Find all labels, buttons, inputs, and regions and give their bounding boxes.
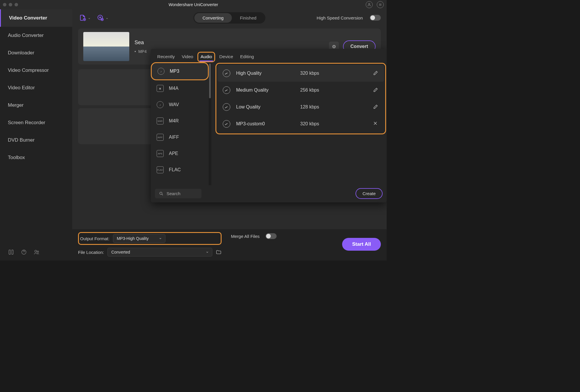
- output-format-select[interactable]: MP3-High Quality: [113, 234, 165, 243]
- footer: Output Format: MP3-High Quality File Loc…: [72, 229, 387, 261]
- output-format-label: Output Format:: [80, 236, 109, 241]
- audio-format-icon: APE: [157, 150, 164, 157]
- format-m4r[interactable]: M4RM4R: [151, 113, 209, 129]
- quality-custom0[interactable]: MP3-custom0 320 kbps: [218, 115, 384, 132]
- format-flac[interactable]: FLACFLAC: [151, 162, 209, 178]
- status-segmented: Converting Finished: [193, 12, 265, 24]
- quality-icon: [223, 70, 230, 77]
- window-controls: [3, 3, 18, 6]
- format-popover: Recently Video Audio Device Editing ♪MP3…: [151, 49, 387, 202]
- sidebar-item-dvd-burner[interactable]: DVD Burner: [1, 131, 72, 149]
- edit-icon[interactable]: [373, 70, 379, 76]
- tab-video[interactable]: Video: [179, 52, 196, 62]
- tab-audio[interactable]: Audio: [197, 52, 215, 62]
- audio-format-icon: FLAC: [157, 166, 164, 173]
- format-mp3[interactable]: ♪MP3: [151, 62, 209, 80]
- svg-point-10: [98, 15, 102, 20]
- scrollbar[interactable]: [209, 63, 211, 98]
- popover-tabs: Recently Video Audio Device Editing: [151, 49, 387, 62]
- close-icon[interactable]: [373, 121, 379, 127]
- svg-line-18: [162, 194, 163, 195]
- quality-icon: [223, 120, 230, 128]
- sidebar-item-toolbox[interactable]: Toolbox: [1, 149, 72, 166]
- search-input[interactable]: Search: [155, 189, 201, 198]
- merge-toggle[interactable]: [266, 233, 277, 239]
- high-speed-toggle[interactable]: [370, 15, 381, 21]
- tab-recently[interactable]: Recently: [154, 52, 178, 62]
- search-icon: [159, 191, 164, 196]
- create-button[interactable]: Create: [356, 188, 383, 199]
- quality-high[interactable]: High Quality 320 kbps: [218, 65, 384, 82]
- file-format: MP4: [135, 49, 147, 54]
- svg-point-5: [35, 250, 37, 252]
- maximize-window-icon[interactable]: [15, 3, 18, 6]
- sidebar-item-audio-converter[interactable]: Audio Converter: [1, 27, 72, 44]
- quality-icon: [223, 103, 230, 111]
- chevron-down-icon: ⌄: [88, 16, 91, 20]
- audio-format-icon: ♪: [157, 101, 164, 108]
- thumbnail[interactable]: [83, 32, 129, 61]
- quality-medium[interactable]: Medium Quality 256 kbps: [218, 82, 384, 99]
- audio-format-icon: AIFF: [157, 134, 164, 141]
- edit-icon[interactable]: [373, 104, 379, 110]
- file-location-select[interactable]: Converted: [107, 248, 212, 256]
- svg-point-6: [37, 251, 39, 252]
- close-window-icon[interactable]: [3, 3, 6, 6]
- svg-point-0: [369, 3, 370, 5]
- file-title: Sea: [135, 40, 324, 46]
- quality-list: High Quality 320 kbps Medium Quality 256…: [215, 63, 386, 134]
- high-speed-label: High Speed Conversion: [317, 15, 363, 20]
- sidebar-item-downloader[interactable]: Downloader: [1, 44, 72, 62]
- format-ape[interactable]: APEAPE: [151, 145, 209, 162]
- sidebar: Video Converter Audio Converter Download…: [0, 9, 72, 261]
- format-aiff[interactable]: AIFFAIFF: [151, 129, 209, 145]
- sidebar-item-video-compressor[interactable]: Video Compressor: [1, 62, 72, 79]
- help-icon[interactable]: [21, 249, 27, 255]
- seg-converting[interactable]: Converting: [194, 13, 232, 23]
- app-title: Wondershare UniConverter: [169, 2, 218, 7]
- open-folder-icon[interactable]: [216, 249, 222, 255]
- audio-format-icon: M4R: [157, 117, 164, 124]
- content-area: ⌄ ⌄ Converting Finished High Speed Conve…: [72, 9, 387, 261]
- quality-low[interactable]: Low Quality 128 kbps: [218, 99, 384, 115]
- audio-format-icon: ♪: [158, 68, 165, 75]
- quality-icon: [223, 86, 230, 94]
- format-m4a[interactable]: ▣M4A: [151, 80, 209, 97]
- sidebar-item-merger[interactable]: Merger: [1, 97, 72, 114]
- add-file-button[interactable]: ⌄: [78, 13, 92, 22]
- tab-editing[interactable]: Editing: [237, 52, 257, 62]
- audio-format-icon: ▣: [157, 85, 164, 92]
- guide-icon[interactable]: [8, 249, 14, 255]
- feedback-icon[interactable]: [33, 249, 40, 255]
- toolbar: ⌄ ⌄ Converting Finished High Speed Conve…: [72, 9, 387, 26]
- format-list[interactable]: ♪MP3 ▣M4A ♪WAV M4RM4R AIFFAIFF APEAPE FL…: [151, 62, 209, 185]
- sidebar-item-video-converter[interactable]: Video Converter: [0, 9, 72, 27]
- edit-icon[interactable]: [373, 87, 379, 93]
- svg-point-17: [160, 192, 162, 194]
- svg-point-11: [100, 17, 101, 18]
- tab-device[interactable]: Device: [216, 52, 236, 62]
- menu-icon[interactable]: [377, 1, 384, 8]
- account-icon[interactable]: [366, 1, 373, 8]
- seg-finished[interactable]: Finished: [232, 13, 265, 23]
- format-wav[interactable]: ♪WAV: [151, 97, 209, 113]
- start-all-button[interactable]: Start All: [342, 238, 381, 251]
- add-dvd-button[interactable]: ⌄: [96, 13, 109, 22]
- chevron-down-icon: ⌄: [106, 16, 108, 20]
- sidebar-item-video-editor[interactable]: Video Editor: [1, 79, 72, 97]
- minimize-window-icon[interactable]: [9, 3, 12, 6]
- file-location-label: File Location:: [78, 250, 104, 255]
- merge-label: Merge All Files: [231, 234, 259, 239]
- titlebar: Wondershare UniConverter: [0, 0, 387, 9]
- sidebar-item-screen-recorder[interactable]: Screen Recorder: [1, 114, 72, 131]
